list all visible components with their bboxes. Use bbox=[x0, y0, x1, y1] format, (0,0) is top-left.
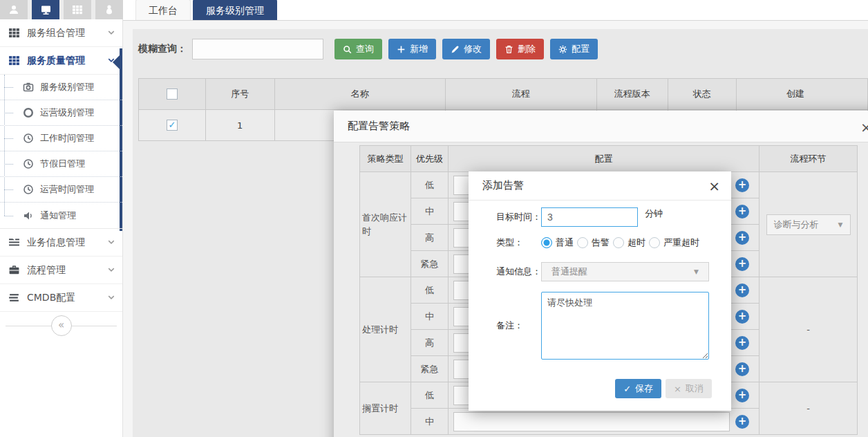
edit-button[interactable]: 修改 bbox=[442, 39, 490, 59]
sidebar-item-process-management[interactable]: 流程管理 bbox=[0, 257, 122, 284]
chevron-down-icon bbox=[107, 265, 115, 276]
priority-cell: 中 bbox=[411, 198, 449, 225]
priority-cell: 紧急 bbox=[411, 251, 449, 277]
config-cell: + bbox=[449, 409, 760, 435]
header-seq: 序号 bbox=[205, 79, 274, 110]
priority-cell: 高 bbox=[411, 330, 449, 356]
close-icon[interactable]: × bbox=[860, 119, 868, 136]
target-time-input[interactable] bbox=[541, 207, 638, 227]
sidebar-collapse-row: « bbox=[0, 312, 122, 340]
close-icon[interactable]: × bbox=[708, 178, 720, 194]
notify-info-value: 普通提醒 bbox=[551, 266, 587, 278]
sidebar-item-cmdb-config[interactable]: CMDB配置 bbox=[0, 284, 122, 312]
priority-cell: 低 bbox=[411, 277, 449, 304]
header-priority: 优先级 bbox=[411, 146, 449, 172]
active-section-arrow bbox=[113, 53, 122, 72]
sidebar-item-service-portfolio[interactable]: 服务组合管理 bbox=[0, 19, 122, 47]
config-input[interactable] bbox=[453, 412, 730, 431]
add-alert-button[interactable]: + bbox=[735, 257, 749, 271]
type-row: 类型： 普通 告警 超时 严重超时 bbox=[469, 236, 731, 249]
apps-grid-icon bbox=[72, 4, 83, 15]
radio-label-normal[interactable]: 普通 bbox=[556, 236, 574, 249]
sidebar-item-label: 流程管理 bbox=[27, 264, 107, 277]
speaker-icon bbox=[23, 210, 34, 221]
sidebar-item-operation-level[interactable]: 运营级别管理 bbox=[0, 100, 122, 126]
sidebar-item-service-quality[interactable]: 服务质量管理 bbox=[0, 47, 122, 75]
radio-type-alert[interactable] bbox=[577, 237, 588, 248]
remark-row: 备注： 请尽快处理 bbox=[469, 292, 731, 362]
add-alert-button[interactable]: + bbox=[735, 362, 749, 376]
sidebar-item-notification[interactable]: 通知管理 bbox=[0, 203, 122, 228]
apps-nav-button[interactable] bbox=[64, 0, 91, 19]
cancel-button[interactable]: × 取消 bbox=[666, 379, 712, 398]
sidebar-item-work-time[interactable]: 工作时间管理 bbox=[0, 126, 122, 151]
add-button[interactable]: 新增 bbox=[388, 39, 436, 59]
dialog-buttons: ✓ 保存 × 取消 bbox=[615, 379, 712, 398]
notify-row: 通知信息： 普通提醒 ▼ bbox=[469, 262, 731, 281]
monitor-nav-button[interactable] bbox=[32, 0, 59, 19]
process-node-cell: - bbox=[760, 277, 858, 382]
minutes-unit-label: 分钟 bbox=[645, 208, 663, 218]
radio-label-severe-timeout[interactable]: 严重超时 bbox=[663, 236, 699, 249]
sidebar-item-label: 业务信息管理 bbox=[27, 236, 107, 249]
list-play-icon bbox=[8, 236, 20, 248]
ring-icon bbox=[23, 107, 34, 118]
save-button[interactable]: ✓ 保存 bbox=[615, 379, 661, 398]
gear-icon bbox=[558, 45, 567, 54]
add-alert-button[interactable]: + bbox=[735, 283, 749, 297]
penguin-nav-button[interactable] bbox=[95, 0, 123, 19]
header-checkbox-cell bbox=[139, 79, 206, 110]
radio-label-alert[interactable]: 告警 bbox=[592, 236, 610, 249]
strategy-type-cell: 首次响应计时 bbox=[360, 172, 411, 277]
add-alert-button[interactable]: + bbox=[735, 389, 749, 402]
delete-button[interactable]: 删除 bbox=[496, 39, 544, 59]
radio-type-normal[interactable] bbox=[541, 237, 552, 248]
add-alert-button[interactable]: + bbox=[735, 231, 749, 245]
pencil-icon bbox=[451, 45, 460, 54]
sidebar-item-service-level[interactable]: 服务级别管理 bbox=[0, 75, 122, 100]
radio-label-timeout[interactable]: 超时 bbox=[628, 236, 645, 249]
modal-title: 配置告警策略 bbox=[334, 111, 868, 142]
config-button[interactable]: 配置 bbox=[550, 39, 598, 59]
add-alert-dialog: 添加告警 × 目标时间： 分钟 类型： 普通 告警 超时 严重超时 通知信 bbox=[469, 171, 731, 411]
priority-cell: 低 bbox=[411, 172, 449, 198]
query-button[interactable]: 查询 bbox=[334, 39, 382, 59]
service-quality-submenu: 服务级别管理 运营级别管理 工作时间管理 节假日管理 运营时间管理 通知管理 bbox=[0, 75, 122, 229]
clock-icon bbox=[23, 133, 34, 144]
add-alert-button[interactable]: + bbox=[735, 336, 749, 350]
sidebar-item-holiday[interactable]: 节假日管理 bbox=[0, 151, 122, 177]
radio-type-severe-timeout[interactable] bbox=[649, 237, 660, 248]
radio-type-timeout[interactable] bbox=[613, 237, 624, 248]
chevron-down-icon bbox=[107, 237, 115, 248]
top-icon-strip bbox=[0, 0, 123, 19]
trash-icon bbox=[504, 45, 513, 54]
check-icon: ✓ bbox=[623, 384, 631, 394]
remark-textarea[interactable]: 请尽快处理 bbox=[541, 292, 709, 360]
tab-service-level-management[interactable]: 服务级别管理 bbox=[193, 0, 277, 20]
plus-icon bbox=[397, 45, 406, 54]
sidebar-item-business-info[interactable]: 业务信息管理 bbox=[0, 229, 122, 257]
process-node-select[interactable]: 诊断与分析▼ bbox=[766, 214, 851, 235]
monitor-icon bbox=[40, 4, 52, 15]
add-alert-button[interactable]: + bbox=[735, 205, 749, 218]
notify-info-select[interactable]: 普通提醒 ▼ bbox=[541, 262, 709, 281]
row-checkbox[interactable]: ✓ bbox=[167, 120, 178, 131]
sidebar-item-operation-time[interactable]: 运营时间管理 bbox=[0, 177, 122, 203]
tab-bar: 工作台 服务级别管理 bbox=[123, 0, 868, 21]
clock-icon bbox=[23, 184, 34, 195]
caret-down-icon: ▼ bbox=[838, 221, 843, 228]
delete-button-label: 删除 bbox=[518, 43, 536, 55]
user-nav-button[interactable] bbox=[0, 0, 28, 19]
select-all-checkbox[interactable] bbox=[167, 89, 178, 100]
target-time-label: 目标时间： bbox=[496, 207, 541, 227]
add-alert-button[interactable]: + bbox=[735, 310, 749, 324]
fuzzy-search-input[interactable] bbox=[192, 39, 323, 59]
sidebar-collapse-button[interactable]: « bbox=[51, 315, 72, 336]
add-alert-button[interactable]: + bbox=[735, 178, 749, 192]
notify-info-label: 通知信息： bbox=[496, 262, 541, 281]
grid-icon bbox=[8, 55, 20, 66]
sidebar-item-label: 工作时间管理 bbox=[40, 132, 94, 145]
briefcase-icon bbox=[8, 264, 20, 276]
tab-workbench[interactable]: 工作台 bbox=[135, 0, 191, 20]
add-alert-button[interactable]: + bbox=[735, 415, 749, 429]
